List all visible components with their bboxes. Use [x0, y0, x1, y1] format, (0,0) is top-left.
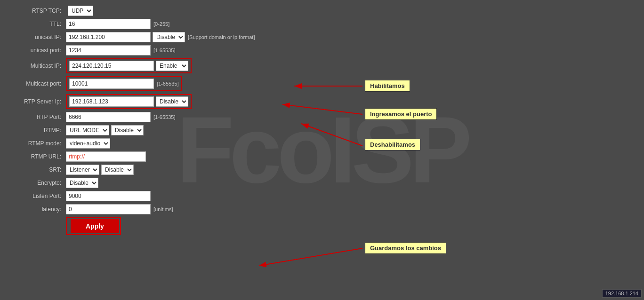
rtsp-tcp-row: RTSP TCP: UDP [0, 6, 644, 16]
annotation-habilitamos: Habilitamos [365, 80, 410, 92]
latency-row: latency: [unit:ms] [0, 204, 644, 214]
ttl-range: [0-255] [153, 21, 169, 27]
annotation-guardamos-cambios: Guardamos los cambios [365, 242, 446, 254]
rtmp-url-row: RTMP URL: [0, 151, 644, 162]
rtp-server-ip-highlight: Disable Enable [66, 94, 192, 109]
srt-row: SRT: Listener Disable Enable [0, 165, 644, 175]
rtp-port-row: RTP Port: [1-65535] [0, 112, 644, 122]
rtmp-mode-select[interactable]: video+audio [66, 138, 110, 149]
multicast-ip-select[interactable]: Enable Disable [156, 61, 188, 71]
rtp-port-input[interactable] [66, 112, 151, 122]
srt-label: SRT: [9, 166, 66, 173]
ttl-row: TTL: [0-255] [0, 19, 644, 29]
multicast-port-range: [1-65535] [157, 81, 178, 87]
unicast-port-label: unicast port: [9, 47, 66, 54]
multicast-port-input[interactable] [69, 79, 154, 89]
multicast-ip-label: Multicast IP: [9, 63, 66, 69]
encrypto-select[interactable]: Disable Enable [66, 178, 98, 188]
apply-button[interactable]: Apply [71, 219, 119, 233]
annotation-ingresamos-puerto: Ingresamos el puerto [365, 108, 437, 120]
unicast-port-input[interactable] [66, 45, 151, 55]
apply-row: Apply [56, 217, 644, 235]
encrypto-row: Encrypto: Disable Enable [0, 178, 644, 188]
rtsp-tcp-label: RTSP TCP: [9, 8, 66, 14]
rtp-server-ip-select[interactable]: Disable Enable [156, 96, 188, 107]
multicast-ip-input[interactable] [69, 61, 154, 71]
latency-label: latency: [9, 206, 66, 213]
listen-port-input[interactable] [66, 191, 151, 201]
rtmp-url-label: RTMP URL: [9, 153, 66, 160]
unicast-port-range: [1-65535] [153, 47, 175, 53]
multicast-ip-row: Multicast IP: Enable Disable [0, 58, 644, 73]
rtp-server-ip-input[interactable] [69, 96, 154, 107]
rtmp-mode-label: RTMP mode: [9, 140, 66, 147]
unicast-ip-input[interactable] [66, 32, 151, 42]
rtp-server-ip-label: RTP Server Ip: [9, 98, 66, 105]
unicast-ip-select[interactable]: Disable Enable [153, 32, 185, 42]
rtmp-label: RTMP: [9, 127, 66, 134]
listen-port-row: Listen Port: [0, 191, 644, 201]
multicast-port-row: Multicast port: [1-65535] [0, 76, 644, 91]
multicast-port-highlight: [1-65535] [66, 76, 182, 91]
unicast-ip-row: unicast IP: Disable Enable [Support doma… [0, 32, 644, 42]
unicast-ip-hint: [Support domain or ip format] [188, 34, 255, 40]
rtp-port-range: [1-65535] [153, 114, 175, 120]
srt-select1[interactable]: Listener [66, 165, 99, 175]
rtmp-select1[interactable]: URL MODE [66, 125, 109, 135]
rtmp-select2[interactable]: Disable Enable [111, 125, 144, 135]
rtsp-tcp-select[interactable]: UDP [68, 6, 93, 16]
encrypto-label: Encrypto: [9, 180, 66, 186]
main-container: RTSP TCP: UDP TTL: [0-255] unicast IP: D… [0, 0, 644, 300]
listen-port-label: Listen Port: [9, 193, 66, 199]
rtp-server-ip-row: RTP Server Ip: Disable Enable [0, 94, 644, 109]
srt-select2[interactable]: Disable Enable [101, 165, 134, 175]
latency-hint: [unit:ms] [153, 206, 173, 212]
rtmp-mode-row: RTMP mode: video+audio [0, 138, 644, 149]
annotation-deshabilitamos: Deshabilitamos [365, 139, 420, 150]
unicast-ip-label: unicast IP: [9, 34, 66, 40]
rtmp-url-input[interactable] [66, 151, 146, 162]
multicast-ip-highlight: Enable Disable [66, 58, 192, 73]
apply-button-wrapper: Apply [66, 217, 121, 235]
latency-input[interactable] [66, 204, 151, 214]
form-area: RTSP TCP: UDP TTL: [0-255] unicast IP: D… [0, 0, 644, 300]
ttl-label: TTL: [9, 21, 66, 27]
rtp-port-label: RTP Port: [9, 114, 66, 120]
unicast-port-row: unicast port: [1-65535] [0, 45, 644, 55]
multicast-port-label: Multicast port: [9, 80, 66, 87]
ttl-input[interactable] [66, 19, 151, 29]
rtmp-row: RTMP: URL MODE Disable Enable [0, 125, 644, 135]
